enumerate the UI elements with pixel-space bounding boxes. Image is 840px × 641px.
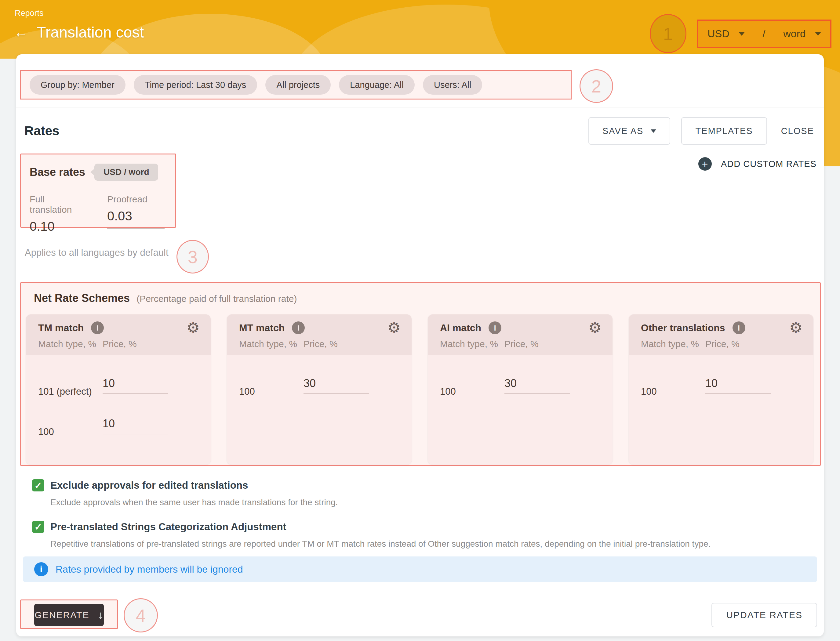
- generate-button[interactable]: GENERATE ↓: [34, 604, 104, 626]
- price-input[interactable]: 10: [103, 377, 168, 394]
- update-rates-button[interactable]: UPDATE RATES: [711, 603, 817, 627]
- templates-label: TEMPLATES: [695, 126, 753, 136]
- mt-match-title: MT match: [239, 322, 285, 333]
- proofread-input[interactable]: 0.03: [107, 209, 164, 229]
- price-input[interactable]: 10: [103, 417, 168, 434]
- price-input[interactable]: 30: [303, 377, 369, 394]
- add-custom-rates-label: ADD CUSTOM RATES: [721, 159, 816, 169]
- exclude-approvals-label: Exclude approvals for edited translation…: [50, 480, 248, 491]
- filter-chip-group-by[interactable]: Group by: Member: [30, 75, 126, 95]
- mt-match-card: MT match i ⚙ Match type, % Price, % 100 …: [227, 314, 411, 465]
- unit-select[interactable]: word: [783, 28, 821, 40]
- price-column-label: Price, %: [103, 339, 137, 349]
- gear-icon[interactable]: ⚙: [588, 320, 601, 335]
- match-type-value: 100: [440, 386, 456, 397]
- price-column-label: Price, %: [705, 339, 740, 349]
- plus-icon: +: [698, 157, 712, 171]
- pretranslated-adjustment-description: Repetitive translations of pre-translate…: [50, 539, 711, 549]
- proofread-label: Proofread: [107, 194, 164, 205]
- close-button[interactable]: CLOSE: [778, 118, 817, 144]
- gear-icon[interactable]: ⚙: [187, 320, 200, 335]
- page-title: Translation cost: [37, 23, 144, 42]
- table-row: 100 30: [428, 362, 613, 402]
- annotation-number: 1: [663, 24, 673, 44]
- breadcrumb[interactable]: Reports: [15, 8, 44, 18]
- gear-icon[interactable]: ⚙: [387, 320, 401, 335]
- save-as-label: SAVE AS: [603, 126, 643, 136]
- info-banner: i Rates provided by members will be igno…: [23, 556, 817, 582]
- tm-match-card-header: TM match i ⚙ Match type, % Price, %: [26, 314, 211, 355]
- match-type-value: 100: [239, 386, 255, 397]
- base-rates-note: Applies to all languages by default: [25, 247, 169, 258]
- checkbox-checked[interactable]: ✓: [32, 521, 44, 533]
- rates-title: Rates: [24, 124, 59, 138]
- table-row: 100 10: [629, 362, 813, 402]
- separator: /: [763, 28, 765, 40]
- filter-chip-projects[interactable]: All projects: [265, 75, 331, 95]
- info-icon[interactable]: i: [292, 321, 305, 334]
- generate-label: GENERATE: [35, 610, 89, 620]
- divider: [16, 107, 824, 108]
- filter-chip-language[interactable]: Language: All: [339, 75, 414, 95]
- generate-highlight: GENERATE ↓: [20, 599, 118, 629]
- mt-match-rows: 100 30: [227, 355, 411, 402]
- chevron-down-icon: [651, 129, 656, 133]
- filter-chip-time-period[interactable]: Time period: Last 30 days: [134, 75, 257, 95]
- other-translations-rows: 100 10: [629, 355, 813, 402]
- back-arrow-icon[interactable]: ←: [14, 25, 28, 39]
- price-column-label: Price, %: [303, 339, 338, 349]
- base-rates-highlight: Base rates USD / word Full translation 0…: [20, 153, 176, 228]
- info-icon: i: [34, 562, 48, 576]
- annotation-step-2: 2: [580, 69, 613, 103]
- net-rate-cards: TM match i ⚙ Match type, % Price, % 101 …: [26, 314, 820, 465]
- price-input[interactable]: 30: [505, 377, 570, 394]
- mt-match-card-header: MT match i ⚙ Match type, % Price, %: [227, 314, 411, 355]
- templates-button[interactable]: TEMPLATES: [681, 117, 767, 145]
- table-row: 101 (perfect) 10: [26, 362, 211, 402]
- full-translation-label: Full translation: [30, 194, 87, 215]
- net-rate-schemes-subtitle: (Percentage paid of full translation rat…: [137, 294, 297, 304]
- full-translation-input[interactable]: 0.10: [30, 219, 87, 239]
- full-translation-field: Full translation 0.10: [30, 194, 87, 239]
- annotation-number: 4: [136, 605, 146, 626]
- chevron-down-icon: [815, 32, 821, 36]
- ai-match-card-header: AI match i ⚙ Match type, % Price, %: [428, 314, 613, 355]
- price-column-label: Price, %: [505, 339, 539, 349]
- currency-select[interactable]: USD: [708, 28, 745, 40]
- report-settings-card: Group by: Member Time period: Last 30 da…: [16, 54, 824, 636]
- match-type-value: 101 (perfect): [38, 386, 92, 397]
- add-custom-rates-button[interactable]: + ADD CUSTOM RATES: [698, 157, 816, 171]
- exclude-approvals-option: ✓ Exclude approvals for edited translati…: [32, 479, 711, 507]
- base-rates-title-row: Base rates USD / word: [30, 164, 175, 181]
- update-rates-label: UPDATE RATES: [726, 610, 803, 620]
- net-rate-schemes-title: Net Rate Schemes: [34, 292, 130, 304]
- net-rate-schemes-highlight: Net Rate Schemes (Percentage paid of ful…: [20, 282, 821, 466]
- filters-highlight: Group by: Member Time period: Last 30 da…: [20, 70, 572, 100]
- match-type-column-label: Match type, %: [440, 339, 505, 349]
- ai-match-title: AI match: [440, 322, 481, 333]
- filter-chip-users[interactable]: Users: All: [423, 75, 482, 95]
- page-title-row: ← Translation cost: [14, 23, 144, 42]
- info-banner-text: Rates provided by members will be ignore…: [56, 564, 243, 575]
- chevron-down-icon: [738, 32, 745, 36]
- annotation-step-4: 4: [124, 598, 158, 633]
- annotation-step-3: 3: [176, 240, 209, 274]
- gear-icon[interactable]: ⚙: [789, 320, 803, 335]
- tm-match-card: TM match i ⚙ Match type, % Price, % 101 …: [26, 314, 211, 465]
- ai-match-card: AI match i ⚙ Match type, % Price, % 100 …: [428, 314, 613, 465]
- info-icon[interactable]: i: [732, 321, 745, 334]
- report-options: ✓ Exclude approvals for edited translati…: [32, 479, 711, 562]
- unit-value: word: [783, 28, 806, 40]
- save-as-button[interactable]: SAVE AS: [588, 117, 670, 145]
- rates-header-buttons: SAVE AS TEMPLATES CLOSE: [588, 117, 817, 145]
- other-translations-card-header: Other translations i ⚙ Match type, % Pri…: [629, 314, 813, 355]
- info-icon[interactable]: i: [91, 321, 104, 334]
- info-icon[interactable]: i: [489, 321, 501, 334]
- base-rates-fields: Full translation 0.10 Proofread 0.03: [30, 194, 175, 239]
- rates-header-row: Rates SAVE AS TEMPLATES CLOSE: [24, 114, 817, 148]
- match-type-column-label: Match type, %: [239, 339, 303, 349]
- currency-value: USD: [708, 28, 729, 40]
- ai-match-rows: 100 30: [428, 355, 613, 402]
- checkbox-checked[interactable]: ✓: [32, 479, 44, 491]
- price-input[interactable]: 10: [705, 377, 771, 394]
